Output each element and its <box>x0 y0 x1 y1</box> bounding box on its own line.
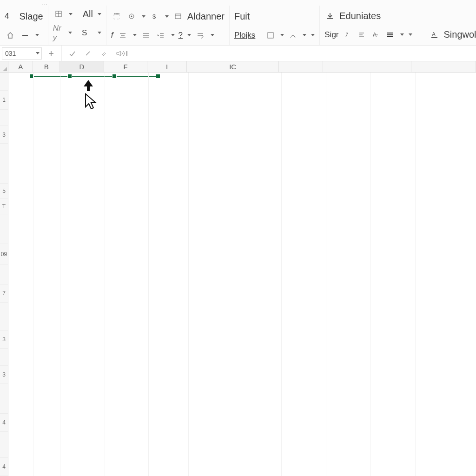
edit-pencil-icon[interactable] <box>81 47 94 60</box>
border-top-icon[interactable] <box>111 12 122 21</box>
row-header[interactable] <box>0 144 8 183</box>
minus-icon[interactable] <box>20 31 31 40</box>
dropdown-icon[interactable] <box>142 15 145 18</box>
help-button[interactable]: ? <box>178 31 183 40</box>
currency-icon[interactable]: $ <box>149 12 160 21</box>
column-header[interactable] <box>279 61 323 72</box>
svg-rect-22 <box>268 33 273 38</box>
menu-lines-icon[interactable] <box>384 31 396 39</box>
dropdown-icon[interactable] <box>311 34 315 36</box>
menu-item[interactable]: ··· <box>42 0 48 8</box>
indent-icon[interactable] <box>155 31 166 40</box>
dropdown-icon[interactable] <box>400 33 404 36</box>
formula-bar: 031 <box>0 46 476 61</box>
eduniates-label[interactable]: Eduniates <box>339 11 381 21</box>
row-header[interactable]: 5 <box>0 184 8 199</box>
brush-icon[interactable] <box>97 47 110 60</box>
underline-a-icon[interactable]: A <box>429 30 440 40</box>
dropdown-icon[interactable] <box>211 34 214 36</box>
resize-handle[interactable] <box>156 74 160 79</box>
strike-icon[interactable]: A <box>370 31 381 39</box>
column-header[interactable]: D <box>60 61 104 72</box>
speaker-icon[interactable] <box>113 47 132 60</box>
ribbon-group-2: All Nr y S <box>48 6 106 45</box>
select-all-triangle[interactable] <box>0 61 8 73</box>
singwolte-label[interactable]: Singwolte <box>444 29 476 40</box>
row-header[interactable] <box>0 303 8 331</box>
table-icon[interactable] <box>53 9 64 19</box>
box-icon[interactable] <box>265 31 276 40</box>
align-left-icon[interactable] <box>357 31 367 39</box>
row-header[interactable]: 4 <box>0 414 8 432</box>
sigr-label[interactable]: Sigr <box>324 30 338 40</box>
svg-rect-9 <box>175 14 181 19</box>
sort-asc-icon[interactable] <box>343 31 353 39</box>
resize-handle[interactable] <box>67 74 72 79</box>
column-headers: ABDFIIC <box>8 61 476 73</box>
dropdown-icon[interactable] <box>69 13 73 15</box>
column-header[interactable]: B <box>33 61 60 72</box>
row-header[interactable]: 1 <box>0 91 8 110</box>
all-label[interactable]: All <box>83 9 93 20</box>
svg-point-7 <box>131 16 132 17</box>
ploiks-label[interactable]: Plojks <box>234 31 255 40</box>
svg-text:A: A <box>432 31 436 38</box>
column-header[interactable]: F <box>104 61 147 72</box>
italic-button[interactable]: f <box>111 31 113 40</box>
row-header[interactable] <box>0 265 8 285</box>
row-header[interactable]: 3 <box>0 331 8 349</box>
accept-check-icon[interactable] <box>66 47 79 60</box>
chevron-down-icon[interactable] <box>36 52 40 54</box>
svg-line-36 <box>86 52 90 55</box>
dropdown-icon[interactable] <box>35 34 39 36</box>
cells-area[interactable] <box>8 73 476 476</box>
column-header[interactable]: IC <box>187 61 279 72</box>
path-icon[interactable] <box>288 31 298 40</box>
font-name[interactable]: Nr y <box>53 24 64 42</box>
column-header[interactable]: I <box>147 61 187 72</box>
download-icon[interactable] <box>324 11 336 20</box>
layout-icon[interactable] <box>172 12 184 21</box>
row-header[interactable] <box>0 73 8 91</box>
dropdown-icon[interactable] <box>68 32 72 34</box>
column-header[interactable] <box>367 61 411 72</box>
column-header[interactable] <box>323 61 367 72</box>
row-header[interactable] <box>0 214 8 244</box>
dropdown-icon[interactable] <box>171 34 175 36</box>
dropdown-icon[interactable] <box>98 13 101 15</box>
dropdown-icon[interactable] <box>303 34 306 36</box>
formula-input[interactable] <box>134 47 474 60</box>
row-header[interactable] <box>0 432 8 458</box>
row-header[interactable]: 09 <box>0 244 8 265</box>
align-center-icon[interactable] <box>117 31 128 40</box>
fuit-label[interactable]: Fuit <box>234 11 250 22</box>
row-header[interactable] <box>0 384 8 414</box>
resize-handle[interactable] <box>112 74 117 79</box>
settings-gear-icon[interactable] <box>126 12 137 21</box>
row-header[interactable]: 3 <box>0 366 8 384</box>
dropdown-icon[interactable] <box>187 34 191 36</box>
name-box[interactable]: 031 <box>2 47 42 60</box>
row-header[interactable] <box>0 349 8 366</box>
home-icon[interactable] <box>5 31 16 40</box>
row-header[interactable] <box>0 110 8 126</box>
plus-icon[interactable] <box>45 47 58 60</box>
dropdown-icon[interactable] <box>280 34 284 36</box>
strikethrough-label[interactable]: S <box>82 28 87 38</box>
spreadsheet-grid: ABDFIIC 135T0973344 <box>0 61 476 476</box>
column-header[interactable] <box>411 61 476 72</box>
aldanner-label[interactable]: Aldanner <box>187 11 225 22</box>
dropdown-icon[interactable] <box>409 33 412 36</box>
row-header[interactable]: 4 <box>0 458 8 476</box>
wrap-text-icon[interactable] <box>195 31 206 40</box>
row-header[interactable]: 7 <box>0 284 8 303</box>
row-header[interactable]: T <box>0 199 8 214</box>
selected-line-shape[interactable] <box>32 76 159 77</box>
dropdown-icon[interactable] <box>133 34 137 36</box>
slage-label[interactable]: Slage <box>19 11 43 22</box>
row-header[interactable]: 3 <box>0 126 8 144</box>
column-header[interactable]: A <box>8 61 33 72</box>
dropdown-icon[interactable] <box>98 32 101 34</box>
dropdown-icon[interactable] <box>165 15 169 18</box>
align-justify-icon[interactable] <box>140 31 152 40</box>
